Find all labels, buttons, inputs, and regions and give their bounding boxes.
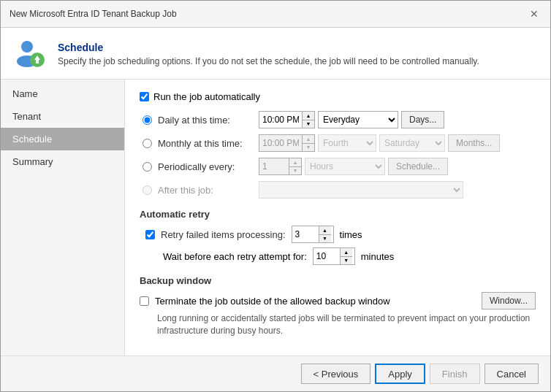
daily-controls: ▲ ▼ Everyday Weekdays Weekends Days... (259, 111, 444, 128)
backup-window-header: Backup window (140, 275, 536, 286)
wait-down[interactable]: ▼ (341, 256, 352, 265)
days-button[interactable]: Days... (401, 111, 444, 128)
title-bar: New Microsoft Entra ID Tenant Backup Job… (1, 1, 550, 28)
periodically-value-spinner: ▲ ▼ (259, 158, 302, 175)
retry-value-input[interactable] (292, 226, 319, 242)
retry-value-spinner[interactable]: ▲ ▼ (292, 226, 334, 243)
wait-spin-btns: ▲ ▼ (340, 248, 352, 264)
retry-up[interactable]: ▲ (319, 226, 331, 234)
after-job-radio (142, 185, 152, 195)
after-job-label: After this job: (158, 185, 253, 196)
monthly-time-spinner: ▲ ▼ (259, 134, 315, 152)
daily-label: Daily at this time: (158, 115, 253, 126)
schedule-radio-group: Daily at this time: ▲ ▼ Everyday (140, 111, 536, 199)
sidebar-item-tenant[interactable]: Tenant (1, 105, 124, 128)
daily-row: Daily at this time: ▲ ▼ Everyday (142, 111, 536, 128)
periodically-label: Periodically every: (158, 161, 253, 172)
monthly-radio[interactable] (142, 139, 152, 148)
monthly-row: Monthly at this time: ▲ ▼ First (142, 134, 536, 152)
previous-button[interactable]: < Previous (301, 364, 371, 384)
periodically-controls: ▲ ▼ Hours Minutes Schedule... (259, 158, 448, 175)
periodically-down: ▼ (289, 166, 301, 175)
backup-window-section: Terminate the job outside of the allowed… (140, 292, 536, 337)
header-text: Schedule Specify the job scheduling opti… (58, 42, 479, 66)
sidebar-item-name[interactable]: Name (1, 82, 124, 105)
retry-down[interactable]: ▼ (319, 234, 331, 243)
automatic-retry-header: Automatic retry (140, 209, 536, 220)
daily-time-spin-btns: ▲ ▼ (302, 112, 314, 128)
after-job-row: After this job: (142, 181, 536, 199)
run-automatically-label: Run the job automatically (153, 91, 260, 102)
months-button: Months... (448, 134, 500, 152)
periodically-spin-btns: ▲ ▼ (289, 158, 301, 174)
wait-label: Wait before each retry attempt for: (163, 251, 307, 262)
footer: < Previous Apply Finish Cancel (1, 356, 550, 391)
wait-row: Wait before each retry attempt for: ▲ ▼ … (145, 247, 536, 265)
periodically-up: ▲ (289, 158, 301, 166)
retry-row: Retry failed items processing: ▲ ▼ times (145, 226, 536, 243)
retry-section: Retry failed items processing: ▲ ▼ times… (145, 226, 536, 265)
wait-up[interactable]: ▲ (341, 248, 352, 256)
sidebar: Name Tenant Schedule Summary (1, 80, 125, 356)
monthly-day-select: Sunday Monday Tuesday Wednesday Thursday… (379, 134, 445, 152)
backup-window-row: Terminate the job outside of the allowed… (140, 292, 536, 310)
sidebar-item-schedule[interactable]: Schedule (1, 128, 124, 150)
daily-time-down[interactable]: ▼ (303, 120, 314, 128)
daily-time-up[interactable]: ▲ (303, 112, 314, 120)
periodically-radio[interactable] (142, 162, 152, 172)
close-button[interactable]: ✕ (527, 7, 542, 21)
svg-rect-4 (36, 60, 39, 64)
daily-time-spinner[interactable]: ▲ ▼ (259, 111, 315, 128)
monthly-time-up: ▲ (303, 135, 314, 143)
dialog: New Microsoft Entra ID Tenant Backup Job… (0, 0, 551, 392)
terminate-label: Terminate the job outside of the allowed… (155, 296, 390, 307)
wait-value-spinner[interactable]: ▲ ▼ (313, 247, 355, 265)
schedule-icon (12, 36, 48, 72)
sidebar-item-summary[interactable]: Summary (1, 150, 124, 173)
retry-spin-btns: ▲ ▼ (319, 226, 331, 242)
retry-label: Retry failed items processing: (161, 229, 286, 240)
monthly-time-down: ▼ (303, 143, 314, 152)
monthly-controls: ▲ ▼ First Second Third Fourth Last (259, 134, 500, 152)
periodically-value-input (259, 158, 289, 174)
header-section: Schedule Specify the job scheduling opti… (1, 28, 550, 80)
periodically-row: Periodically every: ▲ ▼ Hours (142, 158, 536, 175)
wait-value-input[interactable] (314, 248, 340, 264)
header-title: Schedule (58, 42, 479, 53)
daily-time-input[interactable] (259, 112, 302, 128)
retry-unit-label: times (340, 229, 362, 240)
monthly-time-spin-btns: ▲ ▼ (302, 135, 314, 151)
daily-frequency-select[interactable]: Everyday Weekdays Weekends (318, 111, 398, 128)
periodically-unit-select: Hours Minutes (305, 158, 385, 175)
window-button[interactable]: Window... (482, 292, 536, 310)
cancel-button[interactable]: Cancel (484, 364, 539, 384)
wait-unit-label: minutes (361, 251, 395, 262)
monthly-week-select: First Second Third Fourth Last (318, 134, 376, 152)
header-description: Specify the job scheduling options. If y… (58, 56, 479, 66)
svg-point-0 (21, 41, 33, 53)
monthly-time-input (259, 135, 302, 151)
retry-checkbox[interactable] (145, 230, 155, 239)
after-job-select (259, 181, 463, 199)
monthly-label: Monthly at this time: (158, 138, 253, 149)
schedule-button: Schedule... (388, 158, 448, 175)
window-title: New Microsoft Entra ID Tenant Backup Job (10, 9, 177, 19)
run-automatically-row: Run the job automatically (140, 91, 536, 102)
run-automatically-checkbox[interactable] (140, 92, 149, 101)
apply-button[interactable]: Apply (375, 364, 425, 384)
backup-window-desc: Long running or accidentally started job… (157, 312, 536, 337)
daily-radio[interactable] (142, 115, 152, 125)
finish-button[interactable]: Finish (430, 364, 480, 384)
content-area: Name Tenant Schedule Summary Run the job… (1, 80, 550, 356)
main-content: Run the job automatically Daily at this … (125, 80, 550, 356)
terminate-checkbox[interactable] (140, 296, 149, 306)
